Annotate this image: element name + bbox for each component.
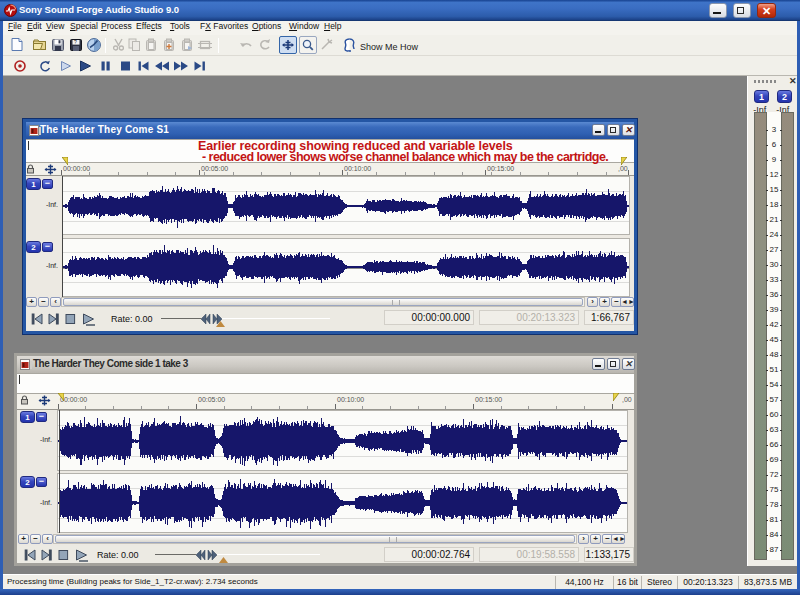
svg-text:?: ? — [74, 39, 77, 45]
